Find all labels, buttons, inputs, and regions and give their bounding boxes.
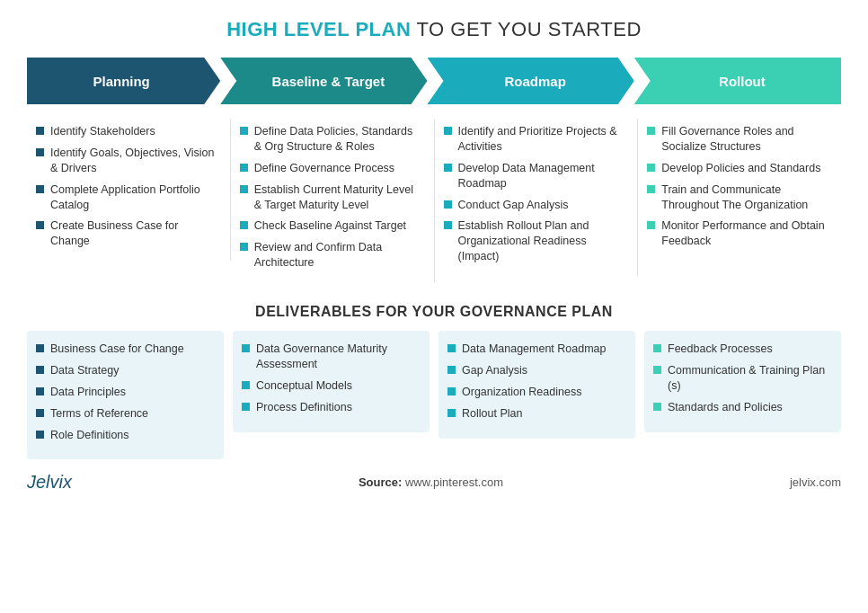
bullet-icon [653,403,661,411]
bullet-icon [240,127,248,135]
bullet-icon [240,243,248,251]
bullet-icon [36,409,44,417]
bullet-icon [242,403,250,411]
phase-planning: Planning [27,58,220,104]
bullet-icon [36,148,44,156]
bullet-icon [647,185,655,193]
list-item: Identify Stakeholders [36,124,217,139]
bullet-icon [444,221,452,229]
list-item: Terms of Reference [36,406,213,422]
bullet-icon [647,127,655,135]
list-item: Data Management Roadmap [447,342,624,357]
list-item: Process Definitions [242,400,419,415]
bullets-row: Identify Stakeholders Identify Goals, Ob… [27,119,841,282]
deliverables-row: Business Case for Change Data Strategy D… [27,331,841,459]
list-item: Business Case for Change [36,342,213,357]
bullet-icon [36,431,44,439]
list-item: Data Strategy [36,363,213,378]
list-item: Conceptual Models [242,378,419,394]
baseline-bullets: Define Data Policies, Standards & Org St… [231,119,435,282]
bullet-icon [242,381,250,389]
list-item: Create Business Case for Change [36,218,217,249]
bullet-icon [447,366,456,374]
bullet-icon [447,344,456,352]
logo: Jelvix [27,472,72,493]
bullet-icon [653,344,661,352]
bullet-icon [444,164,452,172]
deliverables-rollout: Feedback Processes Communication & Train… [644,331,841,432]
phases-row: Planning Baseline & Target Roadmap Rollo… [27,58,841,104]
bullet-icon [242,344,250,352]
list-item: Establish Current Maturity Level & Targe… [240,182,421,213]
list-item: Define Data Policies, Standards & Org St… [240,124,421,155]
list-item: Role Definitions [36,428,213,443]
deliverables-baseline: Data Governance Maturity Assessment Conc… [233,331,430,432]
bullet-icon [36,344,44,352]
bullet-icon [647,164,655,172]
bullet-icon [36,221,44,229]
bullet-icon [444,200,452,209]
list-item: Communication & Training Plan (s) [653,363,830,394]
bullet-icon [444,127,452,135]
phase-baseline: Baseline & Target [220,58,427,104]
list-item: Standards and Policies [653,400,830,415]
phase-roadmap: Roadmap [428,58,634,104]
rollout-bullets: Fill Governance Roles and Socialize Stru… [638,119,841,261]
bullet-icon [653,366,661,374]
bullet-icon [240,164,248,172]
phase-rollout: Rollout [634,58,841,104]
list-item: Data Principles [36,385,213,400]
bullet-icon [36,127,44,135]
list-item: Complete Application Portfolio Catalog [36,182,217,213]
list-item: Gap Analysis [447,363,624,378]
bullet-icon [36,366,44,374]
bullet-icon [647,221,655,229]
bullet-icon [447,409,456,417]
list-item: Monitor Performance and Obtain Feedback [647,218,828,249]
list-item: Data Governance Maturity Assessment [242,342,419,372]
bullet-icon [36,185,44,193]
list-item: Identify Goals, Objectives, Vision & Dri… [36,146,217,176]
list-item: Feedback Processes [653,342,830,357]
deliverables-roadmap: Data Management Roadmap Gap Analysis Org… [438,331,635,439]
list-item: Check Baseline Against Target [240,218,421,234]
list-item: Develop Policies and Standards [647,161,828,176]
domain: jelvix.com [790,475,841,489]
list-item: Organization Readiness [447,385,624,400]
planning-bullets: Identify Stakeholders Identify Goals, Ob… [27,119,231,261]
bullet-icon [240,221,248,229]
bullet-icon [240,185,248,193]
list-item: Establish Rollout Plan and Organizationa… [444,218,625,264]
roadmap-bullets: Identify and Prioritize Projects & Activ… [435,119,639,276]
source: Source: www.pinterest.com [359,475,503,489]
deliverables-title: DELIVERABLES FOR YOUR GOVERNANCE PLAN [27,304,841,320]
deliverables-planning: Business Case for Change Data Strategy D… [27,331,224,459]
bullet-icon [447,387,456,395]
list-item: Fill Governance Roles and Socialize Stru… [647,124,828,155]
bullet-icon [36,387,44,395]
list-item: Conduct Gap Analysis [444,198,625,213]
footer: Jelvix Source: www.pinterest.com jelvix.… [27,472,841,493]
list-item: Review and Confirm Data Architecture [240,240,421,271]
page-title: HIGH LEVEL PLAN TO GET YOU STARTED [27,18,841,41]
list-item: Define Governance Process [240,161,421,176]
list-item: Develop Data Management Roadmap [444,161,625,191]
list-item: Identify and Prioritize Projects & Activ… [444,124,625,155]
list-item: Train and Communicate Throughout The Org… [647,182,828,213]
list-item: Rollout Plan [447,406,624,422]
